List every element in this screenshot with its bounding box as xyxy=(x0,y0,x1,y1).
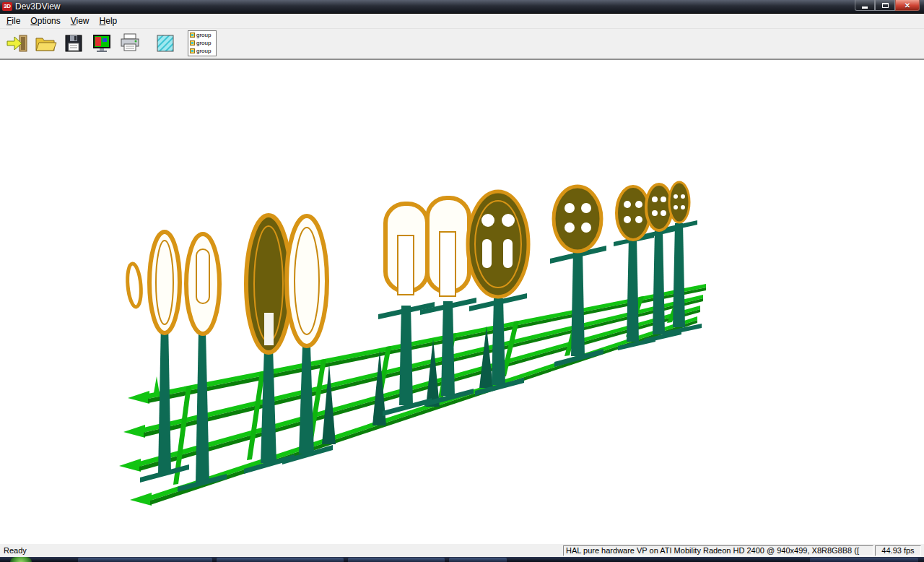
window-title: Dev3DView xyxy=(15,1,60,12)
taskbar-tray[interactable] xyxy=(810,558,918,562)
material-icon xyxy=(157,35,174,52)
group-icon xyxy=(190,40,195,46)
minimize-button[interactable] xyxy=(855,0,875,11)
taskbar-button[interactable] xyxy=(217,558,344,562)
group-icon xyxy=(190,48,195,53)
toolbar: group group group xyxy=(0,29,924,59)
maximize-button[interactable] xyxy=(875,0,895,11)
menu-help[interactable]: Help xyxy=(95,14,123,28)
window-controls: ✕ xyxy=(855,0,920,11)
group-label: group xyxy=(196,40,211,46)
menu-file[interactable]: File xyxy=(1,14,25,28)
titlebar[interactable]: 3D Dev3DView ✕ xyxy=(0,0,924,14)
menu-view[interactable]: View xyxy=(66,14,95,28)
app-icon: 3D xyxy=(2,2,12,11)
group-label: group xyxy=(196,32,211,38)
taskbar-button[interactable] xyxy=(449,558,507,562)
minimize-icon xyxy=(862,7,868,9)
taskbar-button[interactable] xyxy=(348,558,445,562)
group-list-item[interactable]: group xyxy=(190,47,214,55)
group-list-item[interactable]: group xyxy=(190,32,214,40)
exit-button[interactable] xyxy=(4,31,30,56)
save-button[interactable] xyxy=(61,31,87,56)
close-icon: ✕ xyxy=(905,1,910,10)
open-folder-icon xyxy=(34,33,57,53)
status-renderer-info: HAL pure hardware VP on ATI Mobility Rad… xyxy=(563,545,873,556)
viewport-3d[interactable] xyxy=(0,59,924,543)
windows-taskbar-sliver[interactable] xyxy=(0,557,924,562)
exit-icon xyxy=(6,33,29,53)
print-button[interactable] xyxy=(117,31,143,56)
close-button[interactable]: ✕ xyxy=(895,0,920,11)
status-fps: 44.93 fps xyxy=(875,545,921,556)
rendered-3d-model xyxy=(0,60,924,543)
display-icon xyxy=(92,33,112,53)
menubar: File Options View Help xyxy=(0,14,924,29)
maximize-icon xyxy=(882,3,889,8)
material-button[interactable] xyxy=(152,31,178,56)
group-list-panel[interactable]: group group group xyxy=(188,30,217,56)
menu-options[interactable]: Options xyxy=(25,14,65,28)
print-icon xyxy=(119,33,141,53)
taskbar-button[interactable] xyxy=(78,558,212,562)
group-icon xyxy=(190,33,195,38)
save-icon xyxy=(64,34,83,53)
group-list-item[interactable]: group xyxy=(190,39,214,47)
statusbar: Ready HAL pure hardware VP on ATI Mobili… xyxy=(0,543,924,557)
display-settings-button[interactable] xyxy=(89,31,115,56)
start-orb-icon[interactable] xyxy=(10,557,32,562)
open-button[interactable] xyxy=(32,31,58,56)
status-ready-text: Ready xyxy=(4,546,27,555)
group-label: group xyxy=(196,48,211,54)
